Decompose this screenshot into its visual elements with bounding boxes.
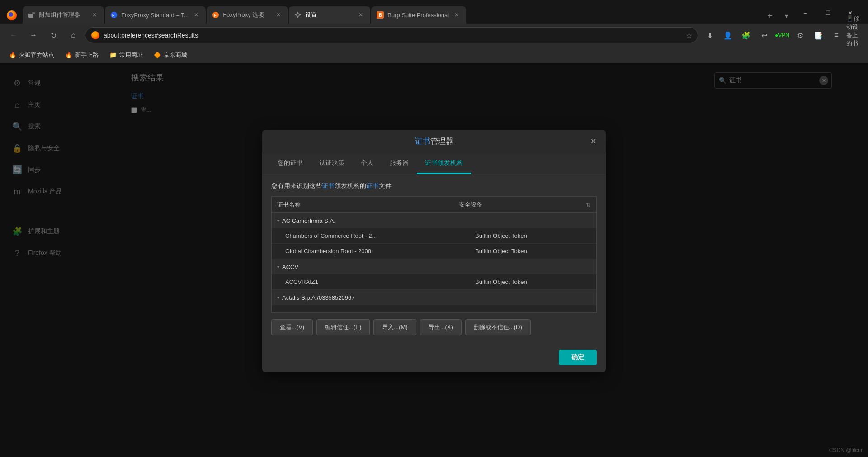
bookmark-jd-label: 京东商城 bbox=[164, 51, 187, 59]
cert-export-button[interactable]: 导出...(X) bbox=[420, 319, 462, 335]
cert-group-accv-label: ACCV bbox=[282, 264, 298, 270]
reload-button[interactable]: ↻ bbox=[45, 27, 61, 43]
cert-group-ac-label: AC Camerfirma S.A. bbox=[282, 217, 335, 224]
extensions-mgr-button[interactable]: ⚙ bbox=[792, 27, 808, 43]
svg-point-6 bbox=[297, 14, 299, 16]
group-chevron-accv: ▾ bbox=[277, 264, 279, 269]
foxyproxy-options-icon: F bbox=[212, 11, 219, 19]
svg-rect-1 bbox=[32, 12, 35, 14]
cert-tab-auth-decisions[interactable]: 认证决策 bbox=[311, 153, 353, 174]
back-button[interactable]: ← bbox=[5, 27, 22, 43]
account-button[interactable]: 👤 bbox=[720, 27, 736, 43]
bookmark-xinshoushanlu[interactable]: 🔥 新手上路 bbox=[61, 49, 102, 61]
settings-tab-icon bbox=[294, 11, 302, 19]
cert-row-global-name: Global Chambersign Root - 2008 bbox=[272, 244, 470, 259]
nav-bar: ← → ↻ ⌂ about:preferences#searchResults … bbox=[0, 24, 868, 47]
new-tab-button[interactable]: + bbox=[762, 8, 778, 24]
tab-foxyproxy-options-close[interactable]: ✕ bbox=[274, 11, 283, 19]
cert-desc-text1: 您有用来识别这些 bbox=[271, 182, 322, 189]
bookmark-huhu-icon: 🔥 bbox=[9, 52, 16, 58]
cert-row-global-chambersign[interactable]: Global Chambersign Root - 2008 Builtin O… bbox=[272, 244, 596, 259]
tab-foxyproxy-std-label: FoxyProxy Standard – T... bbox=[121, 12, 189, 19]
bookmark-jd[interactable]: 🔶 京东商城 bbox=[150, 49, 191, 61]
footer-watermark: CSDN @lilcur bbox=[829, 447, 863, 453]
bookmark-star-button[interactable]: ☆ bbox=[686, 31, 692, 40]
cert-tab-authorities[interactable]: 证书颁发机构 bbox=[417, 153, 471, 174]
svg-text:F: F bbox=[112, 13, 115, 18]
tab-addon-manager-close[interactable]: ✕ bbox=[90, 11, 99, 19]
cert-tab-servers-label: 服务器 bbox=[390, 159, 409, 167]
cert-table-header: 证书名称 安全设备 ⇅ bbox=[272, 197, 596, 213]
bookmark-xinshoushanlu-label: 新手上路 bbox=[75, 51, 99, 59]
cert-dialog-title: 证书管理器 bbox=[415, 136, 453, 146]
menu-button[interactable]: ≡ bbox=[828, 27, 844, 43]
cert-delete-button[interactable]: 删除或不信任...(D) bbox=[465, 319, 531, 335]
bookmark-huhu[interactable]: 🔥 火狐官方站点 bbox=[5, 49, 58, 61]
forward-button[interactable]: → bbox=[25, 27, 42, 43]
cert-table-sort-button[interactable]: ⇅ bbox=[580, 197, 596, 212]
tab-addon-manager-label: 附加组件管理器 bbox=[39, 11, 87, 19]
address-text: about:preferences#searchResults bbox=[104, 32, 682, 39]
svg-text:F: F bbox=[214, 13, 217, 18]
cert-dialog-body: 您有用来识别这些证书颁发机构的证书文件 证书名称 安全设备 ⇅ bbox=[262, 174, 606, 347]
cert-group-accv[interactable]: ▾ ACCV bbox=[272, 259, 596, 274]
cert-tab-authorities-label: 证书颁发机构 bbox=[425, 159, 463, 167]
cert-title-suffix: 管理器 bbox=[430, 137, 453, 146]
maximize-button[interactable]: ❐ bbox=[817, 6, 838, 20]
home-button[interactable]: ⌂ bbox=[65, 27, 81, 43]
bookmarks-button[interactable]: 📑 bbox=[810, 27, 826, 43]
cert-desc-blue1: 证书 bbox=[322, 182, 335, 189]
tab-settings-close[interactable]: ✕ bbox=[357, 11, 365, 19]
address-bar-firefox-icon bbox=[91, 31, 100, 40]
tab-settings[interactable]: 设置 ✕ bbox=[289, 6, 370, 24]
bookmark-changyong-label: 常用网址 bbox=[119, 51, 143, 59]
tab-burp-suite[interactable]: B Burp Suite Professional ✕ bbox=[371, 6, 466, 24]
cert-row-accvraiz1-name: ACCVRAIZ1 bbox=[272, 274, 470, 289]
browser-window: 附加组件管理器 ✕ F FoxyProxy Standard – T... ✕ … bbox=[0, 0, 868, 457]
cert-table-header-name: 证书名称 bbox=[272, 197, 453, 212]
cert-row-accvraiz1-device: Builtin Object Token bbox=[470, 274, 596, 289]
tab-settings-label: 设置 bbox=[305, 11, 353, 19]
cert-manager-dialog: 证书管理器 ✕ 您的证书 认证决策 个人 服务器 bbox=[262, 130, 606, 372]
cert-group-actalis-label: Actalis S.p.A./03358520967 bbox=[282, 294, 354, 301]
cert-description: 您有用来识别这些证书颁发机构的证书文件 bbox=[271, 181, 597, 191]
cert-import-button[interactable]: 导入...(M) bbox=[373, 319, 416, 335]
cert-group-actalis[interactable]: ▾ Actalis S.p.A./03358520967 bbox=[272, 290, 596, 305]
minimize-button[interactable]: － bbox=[795, 6, 816, 20]
extension-button[interactable]: 🧩 bbox=[738, 27, 754, 43]
cert-tab-servers[interactable]: 服务器 bbox=[382, 153, 417, 174]
cert-table: 证书名称 安全设备 ⇅ ▾ AC Camerfirma S.A. bbox=[271, 196, 597, 313]
bookmark-jd-icon: 🔶 bbox=[154, 52, 161, 58]
cert-table-body[interactable]: ▾ AC Camerfirma S.A. Chambers of Commerc… bbox=[272, 213, 596, 312]
vpn-toggle[interactable]: ●VPN bbox=[774, 27, 790, 43]
cert-table-header-device: 安全设备 bbox=[453, 197, 580, 212]
cert-ok-button[interactable]: 确定 bbox=[559, 350, 597, 365]
cert-action-buttons: 查看...(V) 编辑信任...(E) 导入...(M) 导出...(X) 删除… bbox=[271, 313, 597, 340]
tab-addon-manager[interactable]: 附加组件管理器 ✕ bbox=[23, 6, 104, 24]
bookmark-changyong[interactable]: 📁 常用网址 bbox=[106, 49, 146, 61]
tab-foxyproxy-std[interactable]: F FoxyProxy Standard – T... ✕ bbox=[105, 6, 206, 24]
back-history-button[interactable]: ↩ bbox=[756, 27, 772, 43]
address-bar[interactable]: about:preferences#searchResults ☆ bbox=[85, 27, 698, 43]
tab-burp-suite-label: Burp Suite Professional bbox=[387, 12, 449, 19]
cert-view-button[interactable]: 查看...(V) bbox=[271, 319, 313, 335]
cert-dialog-close-button[interactable]: ✕ bbox=[587, 135, 599, 148]
cert-tabs: 您的证书 认证决策 个人 服务器 证书颁发机构 bbox=[262, 153, 606, 174]
tab-overflow-button[interactable]: ▾ bbox=[778, 8, 794, 24]
cert-title-blue: 证书 bbox=[415, 137, 430, 146]
tab-bar: 附加组件管理器 ✕ F FoxyProxy Standard – T... ✕ … bbox=[0, 0, 868, 24]
download-button[interactable]: ⬇ bbox=[702, 27, 718, 43]
tab-foxyproxy-options-label: FoxyProxy 选项 bbox=[223, 11, 271, 19]
tab-foxyproxy-options[interactable]: F FoxyProxy 选项 ✕ bbox=[207, 6, 288, 24]
bookmark-xinshoushanlu-icon: 🔥 bbox=[65, 52, 72, 58]
mobile-bookmarks-button[interactable]: 📱移动设备上的书签 bbox=[846, 27, 863, 43]
cert-row-chambers-commerce[interactable]: Chambers of Commerce Root - 2... Builtin… bbox=[272, 228, 596, 244]
cert-row-accvraiz1[interactable]: ACCVRAIZ1 Builtin Object Token bbox=[272, 274, 596, 290]
cert-tab-your-certs[interactable]: 您的证书 bbox=[269, 153, 311, 174]
cert-tab-personal[interactable]: 个人 bbox=[353, 153, 382, 174]
burp-suite-icon: B bbox=[377, 11, 384, 19]
tab-burp-suite-close[interactable]: ✕ bbox=[453, 11, 461, 19]
tab-foxyproxy-std-close[interactable]: ✕ bbox=[192, 11, 200, 19]
cert-edit-trust-button[interactable]: 编辑信任...(E) bbox=[316, 319, 370, 335]
cert-group-ac-camerfirma[interactable]: ▾ AC Camerfirma S.A. bbox=[272, 213, 596, 228]
